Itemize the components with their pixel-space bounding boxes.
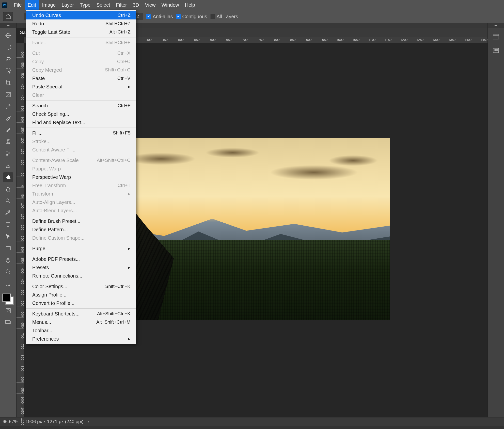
image-cloud	[329, 155, 378, 166]
svg-point-14	[9, 285, 10, 286]
edit-toolbar-icon[interactable]	[3, 280, 13, 290]
menu-edit[interactable]: Edit	[25, 0, 39, 10]
menuitem-define-pattern[interactable]: Define Pattern...	[26, 225, 136, 234]
alllayers-checkbox[interactable]: All Layers	[210, 14, 238, 19]
type-tool[interactable]	[3, 220, 13, 230]
menuitem-keyboard-shortcuts[interactable]: Keyboard Shortcuts...Alt+Shift+Ctrl+K	[26, 310, 136, 318]
menuitem-check-spelling[interactable]: Check Spelling...	[26, 110, 136, 118]
menuitem-color-settings[interactable]: Color Settings...Shift+Ctrl+K	[26, 282, 136, 291]
libraries-icon[interactable]	[492, 47, 500, 54]
rectangle-tool[interactable]	[3, 243, 13, 253]
toolbar	[0, 28, 16, 417]
image-cloud	[269, 165, 358, 180]
menuitem-remote-connections[interactable]: Remote Connections...	[26, 272, 136, 280]
object-select-tool[interactable]	[3, 66, 13, 76]
menuitem-perspective-warp[interactable]: Perspective Warp	[26, 173, 136, 181]
toolbar-collapse-icon[interactable]: ▸▸	[0, 23, 16, 28]
menuitem-search[interactable]: SearchCtrl+F	[26, 101, 136, 110]
right-panel	[488, 28, 504, 417]
svg-line-8	[9, 201, 10, 203]
svg-point-13	[8, 285, 9, 286]
menuitem-paste[interactable]: PasteCtrl+V	[26, 74, 136, 82]
clone-stamp-tool[interactable]	[3, 137, 13, 147]
image-cloud	[205, 148, 260, 158]
zoom-level[interactable]: 66.67%	[2, 419, 18, 424]
menu-select[interactable]: Select	[94, 0, 113, 10]
svg-point-16	[7, 310, 9, 312]
eyedropper-tool[interactable]	[3, 101, 13, 111]
zoom-tool[interactable]	[3, 267, 13, 277]
menuitem-convert-to-profile[interactable]: Convert to Profile...	[26, 299, 136, 307]
menuitem-menus[interactable]: Menus...Alt+Shift+Ctrl+M	[26, 318, 136, 326]
ruler-h-tick: 1100	[360, 37, 376, 43]
menuitem-auto-blend-layers: Auto-Blend Layers...	[26, 206, 136, 215]
menuitem-define-brush-preset[interactable]: Define Brush Preset...	[26, 217, 136, 225]
menuitem-presets[interactable]: Presets▶	[26, 263, 136, 272]
status-chevron-icon[interactable]: ›	[88, 420, 89, 424]
svg-rect-15	[6, 309, 10, 313]
dodge-tool[interactable]	[3, 196, 13, 206]
svg-rect-0	[6, 45, 10, 50]
menuitem-preferences[interactable]: Preferences▶	[26, 335, 136, 343]
menuitem-assign-profile[interactable]: Assign Profile...	[26, 291, 136, 299]
menu-view[interactable]: View	[142, 0, 158, 10]
menuitem-purge[interactable]: Purge▶	[26, 244, 136, 253]
ruler-h-tick: 650	[216, 37, 232, 43]
menuitem-redo[interactable]: RedoShift+Ctrl+Z	[26, 19, 136, 28]
menu-help[interactable]: Help	[182, 0, 198, 10]
menuitem-auto-align-layers: Auto-Align Layers...	[26, 198, 136, 206]
hand-tool[interactable]	[3, 255, 13, 265]
quick-mask-icon[interactable]	[3, 306, 13, 316]
menuitem-stroke: Stroke...	[26, 137, 136, 146]
ruler-h-tick: 1000	[328, 37, 344, 43]
rpanel-collapse-icon[interactable]: ◂◂	[488, 23, 504, 28]
menuitem-toggle-last-state[interactable]: Toggle Last StateAlt+Ctrl+Z	[26, 28, 136, 36]
paint-bucket-tool[interactable]	[3, 172, 13, 182]
app-logo-icon: Ps	[2, 2, 7, 8]
menuitem-adobe-pdf-presets[interactable]: Adobe PDF Presets...	[26, 255, 136, 263]
path-selection-tool[interactable]	[3, 231, 13, 241]
history-brush-tool[interactable]	[3, 149, 13, 159]
antialias-checkbox[interactable]: ✔Anti-alias	[146, 14, 173, 19]
screen-mode-icon[interactable]	[3, 318, 13, 328]
healing-brush-tool[interactable]	[3, 113, 13, 123]
menu-image[interactable]: Image	[39, 0, 59, 10]
menu-filter[interactable]: Filter	[113, 0, 130, 10]
menu-file[interactable]: File	[11, 0, 25, 10]
submenu-arrow-icon: ▶	[128, 337, 130, 341]
ruler-h-tick: 1050	[344, 37, 360, 43]
color-swatches[interactable]	[2, 294, 14, 305]
svg-rect-23	[494, 49, 496, 51]
menubar: Ps FileEditImageLayerTypeSelectFilter3DV…	[0, 0, 504, 10]
eraser-tool[interactable]	[3, 161, 13, 170]
blur-tool[interactable]	[3, 184, 13, 194]
lasso-tool[interactable]	[3, 54, 13, 64]
brush-tool[interactable]	[3, 125, 13, 135]
menuitem-paste-special[interactable]: Paste Special▶	[26, 82, 136, 91]
menu-3d[interactable]: 3D	[130, 0, 142, 10]
home-button[interactable]	[3, 12, 13, 21]
menuitem-find-and-replace-text[interactable]: Find and Replace Text...	[26, 118, 136, 127]
frame-tool[interactable]	[3, 90, 13, 99]
menuitem-toolbar[interactable]: Toolbar...	[26, 326, 136, 335]
document-dimensions: 1906 px x 1271 px (240 ppi)	[25, 419, 83, 424]
menuitem-fill[interactable]: Fill...Shift+F5	[26, 129, 136, 137]
learn-icon[interactable]	[492, 33, 500, 40]
menuitem-puppet-warp: Puppet Warp	[26, 165, 136, 173]
contiguous-checkbox[interactable]: ✔Contiguous	[176, 14, 207, 19]
pen-tool[interactable]	[3, 208, 13, 218]
menuitem-undo-curves[interactable]: Undo CurvesCtrl+Z	[26, 11, 136, 19]
submenu-arrow-icon: ▶	[128, 265, 130, 269]
ruler-h-tick: 700	[232, 37, 248, 43]
menu-layer[interactable]: Layer	[59, 0, 77, 10]
status-bar: 66.67% 1906 px x 1271 px (240 ppi) ›	[0, 417, 504, 426]
crop-tool[interactable]	[3, 78, 13, 88]
menu-type[interactable]: Type	[77, 0, 93, 10]
menuitem-clear: Clear	[26, 91, 136, 99]
foreground-color-swatch[interactable]	[2, 294, 11, 302]
move-tool[interactable]	[3, 31, 13, 40]
ruler-h-tick: 750	[248, 37, 264, 43]
menu-window[interactable]: Window	[158, 0, 182, 10]
ruler-h-tick: 400	[136, 37, 152, 43]
marquee-tool[interactable]	[3, 42, 13, 52]
